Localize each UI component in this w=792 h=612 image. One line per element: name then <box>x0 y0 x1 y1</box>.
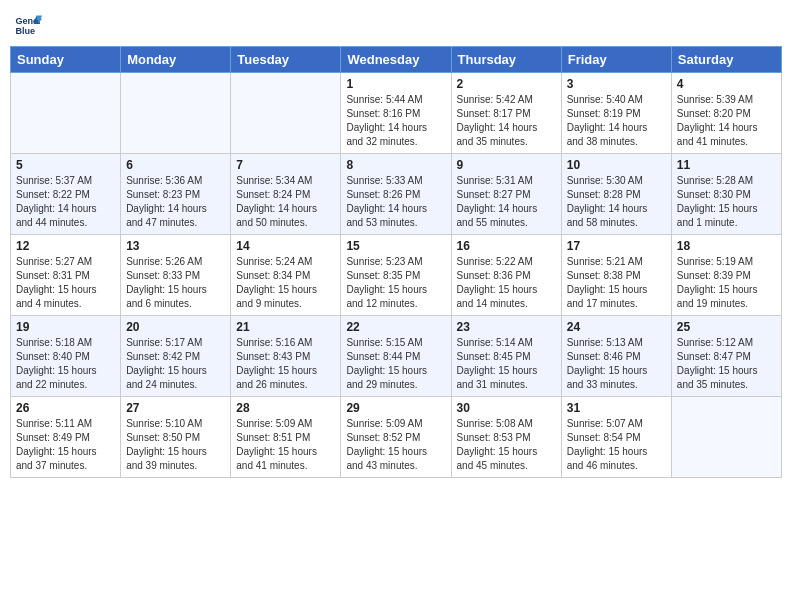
calendar-cell: 16Sunrise: 5:22 AM Sunset: 8:36 PM Dayli… <box>451 235 561 316</box>
calendar-cell: 7Sunrise: 5:34 AM Sunset: 8:24 PM Daylig… <box>231 154 341 235</box>
calendar-cell: 25Sunrise: 5:12 AM Sunset: 8:47 PM Dayli… <box>671 316 781 397</box>
day-number: 28 <box>236 401 335 415</box>
calendar-cell: 22Sunrise: 5:15 AM Sunset: 8:44 PM Dayli… <box>341 316 451 397</box>
calendar-cell: 2Sunrise: 5:42 AM Sunset: 8:17 PM Daylig… <box>451 73 561 154</box>
day-number: 5 <box>16 158 115 172</box>
day-number: 16 <box>457 239 556 253</box>
day-number: 9 <box>457 158 556 172</box>
day-number: 29 <box>346 401 445 415</box>
day-number: 11 <box>677 158 776 172</box>
day-number: 10 <box>567 158 666 172</box>
day-number: 20 <box>126 320 225 334</box>
day-content: Sunrise: 5:39 AM Sunset: 8:20 PM Dayligh… <box>677 93 776 149</box>
day-content: Sunrise: 5:08 AM Sunset: 8:53 PM Dayligh… <box>457 417 556 473</box>
day-content: Sunrise: 5:21 AM Sunset: 8:38 PM Dayligh… <box>567 255 666 311</box>
page-header: General Blue <box>10 10 782 38</box>
calendar-cell: 28Sunrise: 5:09 AM Sunset: 8:51 PM Dayli… <box>231 397 341 478</box>
calendar-cell <box>671 397 781 478</box>
calendar-cell: 19Sunrise: 5:18 AM Sunset: 8:40 PM Dayli… <box>11 316 121 397</box>
day-content: Sunrise: 5:09 AM Sunset: 8:51 PM Dayligh… <box>236 417 335 473</box>
calendar-cell: 12Sunrise: 5:27 AM Sunset: 8:31 PM Dayli… <box>11 235 121 316</box>
calendar-cell: 26Sunrise: 5:11 AM Sunset: 8:49 PM Dayli… <box>11 397 121 478</box>
calendar-cell: 6Sunrise: 5:36 AM Sunset: 8:23 PM Daylig… <box>121 154 231 235</box>
day-content: Sunrise: 5:33 AM Sunset: 8:26 PM Dayligh… <box>346 174 445 230</box>
day-content: Sunrise: 5:22 AM Sunset: 8:36 PM Dayligh… <box>457 255 556 311</box>
day-content: Sunrise: 5:23 AM Sunset: 8:35 PM Dayligh… <box>346 255 445 311</box>
calendar-cell: 13Sunrise: 5:26 AM Sunset: 8:33 PM Dayli… <box>121 235 231 316</box>
day-content: Sunrise: 5:24 AM Sunset: 8:34 PM Dayligh… <box>236 255 335 311</box>
day-content: Sunrise: 5:19 AM Sunset: 8:39 PM Dayligh… <box>677 255 776 311</box>
calendar-cell: 3Sunrise: 5:40 AM Sunset: 8:19 PM Daylig… <box>561 73 671 154</box>
day-content: Sunrise: 5:12 AM Sunset: 8:47 PM Dayligh… <box>677 336 776 392</box>
calendar-cell: 31Sunrise: 5:07 AM Sunset: 8:54 PM Dayli… <box>561 397 671 478</box>
day-content: Sunrise: 5:10 AM Sunset: 8:50 PM Dayligh… <box>126 417 225 473</box>
calendar-cell: 8Sunrise: 5:33 AM Sunset: 8:26 PM Daylig… <box>341 154 451 235</box>
day-content: Sunrise: 5:42 AM Sunset: 8:17 PM Dayligh… <box>457 93 556 149</box>
calendar-cell: 30Sunrise: 5:08 AM Sunset: 8:53 PM Dayli… <box>451 397 561 478</box>
day-content: Sunrise: 5:34 AM Sunset: 8:24 PM Dayligh… <box>236 174 335 230</box>
day-number: 6 <box>126 158 225 172</box>
day-content: Sunrise: 5:17 AM Sunset: 8:42 PM Dayligh… <box>126 336 225 392</box>
calendar-cell: 14Sunrise: 5:24 AM Sunset: 8:34 PM Dayli… <box>231 235 341 316</box>
day-number: 13 <box>126 239 225 253</box>
calendar-cell: 18Sunrise: 5:19 AM Sunset: 8:39 PM Dayli… <box>671 235 781 316</box>
calendar-cell: 29Sunrise: 5:09 AM Sunset: 8:52 PM Dayli… <box>341 397 451 478</box>
day-header-monday: Monday <box>121 47 231 73</box>
day-header-tuesday: Tuesday <box>231 47 341 73</box>
day-number: 12 <box>16 239 115 253</box>
week-row-3: 12Sunrise: 5:27 AM Sunset: 8:31 PM Dayli… <box>11 235 782 316</box>
day-number: 25 <box>677 320 776 334</box>
calendar-cell: 23Sunrise: 5:14 AM Sunset: 8:45 PM Dayli… <box>451 316 561 397</box>
day-number: 14 <box>236 239 335 253</box>
day-content: Sunrise: 5:40 AM Sunset: 8:19 PM Dayligh… <box>567 93 666 149</box>
day-content: Sunrise: 5:36 AM Sunset: 8:23 PM Dayligh… <box>126 174 225 230</box>
day-header-thursday: Thursday <box>451 47 561 73</box>
day-number: 27 <box>126 401 225 415</box>
week-row-5: 26Sunrise: 5:11 AM Sunset: 8:49 PM Dayli… <box>11 397 782 478</box>
day-number: 21 <box>236 320 335 334</box>
calendar-cell: 17Sunrise: 5:21 AM Sunset: 8:38 PM Dayli… <box>561 235 671 316</box>
day-content: Sunrise: 5:09 AM Sunset: 8:52 PM Dayligh… <box>346 417 445 473</box>
day-content: Sunrise: 5:31 AM Sunset: 8:27 PM Dayligh… <box>457 174 556 230</box>
day-content: Sunrise: 5:16 AM Sunset: 8:43 PM Dayligh… <box>236 336 335 392</box>
day-number: 2 <box>457 77 556 91</box>
day-header-row: SundayMondayTuesdayWednesdayThursdayFrid… <box>11 47 782 73</box>
day-number: 3 <box>567 77 666 91</box>
calendar-cell <box>121 73 231 154</box>
day-number: 1 <box>346 77 445 91</box>
day-header-friday: Friday <box>561 47 671 73</box>
day-content: Sunrise: 5:07 AM Sunset: 8:54 PM Dayligh… <box>567 417 666 473</box>
calendar-cell: 27Sunrise: 5:10 AM Sunset: 8:50 PM Dayli… <box>121 397 231 478</box>
day-header-sunday: Sunday <box>11 47 121 73</box>
calendar-table: SundayMondayTuesdayWednesdayThursdayFrid… <box>10 46 782 478</box>
day-content: Sunrise: 5:15 AM Sunset: 8:44 PM Dayligh… <box>346 336 445 392</box>
day-header-saturday: Saturday <box>671 47 781 73</box>
day-number: 18 <box>677 239 776 253</box>
calendar-cell: 10Sunrise: 5:30 AM Sunset: 8:28 PM Dayli… <box>561 154 671 235</box>
day-number: 26 <box>16 401 115 415</box>
calendar-cell <box>11 73 121 154</box>
calendar-cell: 15Sunrise: 5:23 AM Sunset: 8:35 PM Dayli… <box>341 235 451 316</box>
day-content: Sunrise: 5:11 AM Sunset: 8:49 PM Dayligh… <box>16 417 115 473</box>
day-content: Sunrise: 5:13 AM Sunset: 8:46 PM Dayligh… <box>567 336 666 392</box>
day-number: 30 <box>457 401 556 415</box>
calendar-cell <box>231 73 341 154</box>
week-row-1: 1Sunrise: 5:44 AM Sunset: 8:16 PM Daylig… <box>11 73 782 154</box>
day-header-wednesday: Wednesday <box>341 47 451 73</box>
day-content: Sunrise: 5:14 AM Sunset: 8:45 PM Dayligh… <box>457 336 556 392</box>
day-number: 31 <box>567 401 666 415</box>
day-number: 17 <box>567 239 666 253</box>
calendar-cell: 21Sunrise: 5:16 AM Sunset: 8:43 PM Dayli… <box>231 316 341 397</box>
calendar-cell: 5Sunrise: 5:37 AM Sunset: 8:22 PM Daylig… <box>11 154 121 235</box>
day-content: Sunrise: 5:27 AM Sunset: 8:31 PM Dayligh… <box>16 255 115 311</box>
week-row-4: 19Sunrise: 5:18 AM Sunset: 8:40 PM Dayli… <box>11 316 782 397</box>
day-content: Sunrise: 5:44 AM Sunset: 8:16 PM Dayligh… <box>346 93 445 149</box>
calendar-cell: 24Sunrise: 5:13 AM Sunset: 8:46 PM Dayli… <box>561 316 671 397</box>
calendar-cell: 11Sunrise: 5:28 AM Sunset: 8:30 PM Dayli… <box>671 154 781 235</box>
calendar-cell: 20Sunrise: 5:17 AM Sunset: 8:42 PM Dayli… <box>121 316 231 397</box>
day-content: Sunrise: 5:18 AM Sunset: 8:40 PM Dayligh… <box>16 336 115 392</box>
day-content: Sunrise: 5:26 AM Sunset: 8:33 PM Dayligh… <box>126 255 225 311</box>
logo-icon: General Blue <box>14 10 42 38</box>
day-content: Sunrise: 5:30 AM Sunset: 8:28 PM Dayligh… <box>567 174 666 230</box>
day-number: 19 <box>16 320 115 334</box>
